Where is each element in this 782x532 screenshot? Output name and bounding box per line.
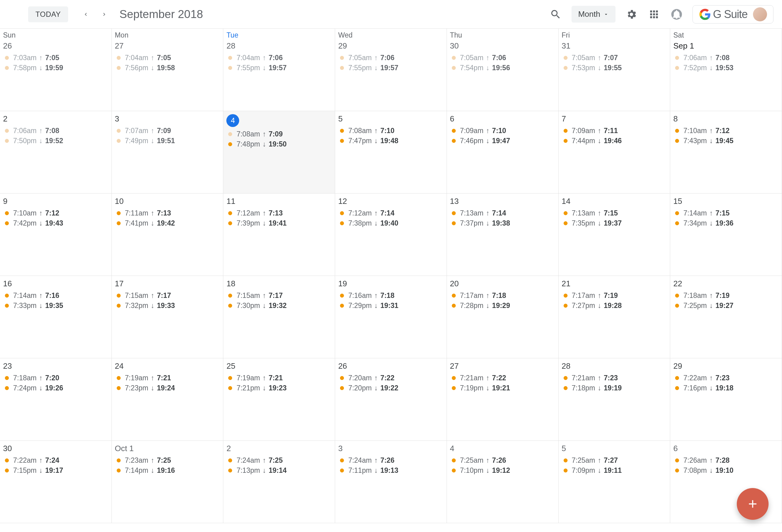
day-number[interactable]: 3	[115, 114, 119, 124]
day-number[interactable]: 22	[673, 279, 682, 289]
event-row[interactable]: 7:25pm ↓ 19:27	[673, 302, 779, 310]
day-cell[interactable]: 177:15am ↑ 7:177:32pm ↓ 19:33	[112, 276, 224, 358]
event-row[interactable]: 7:14am ↑ 7:15	[673, 209, 779, 217]
day-cell[interactable]: 287:21am ↑ 7:237:18pm ↓ 19:19	[559, 358, 671, 441]
day-number[interactable]: 20	[450, 279, 459, 289]
event-row[interactable]: 7:24am ↑ 7:26	[338, 456, 443, 464]
day-number[interactable]: 4	[450, 444, 454, 453]
day-number[interactable]: 2	[226, 444, 230, 453]
event-row[interactable]: 7:26am ↑ 7:28	[673, 456, 779, 464]
day-number[interactable]: 24	[115, 362, 124, 371]
view-selector[interactable]: Month	[572, 6, 615, 23]
day-cell[interactable]: 247:19am ↑ 7:217:23pm ↓ 19:24	[112, 358, 224, 441]
day-cell[interactable]: 57:08am ↑ 7:107:47pm ↓ 19:48	[335, 111, 447, 193]
event-row[interactable]: 7:07am ↑ 7:09	[115, 127, 220, 135]
avatar[interactable]	[753, 7, 767, 22]
day-cell[interactable]: 67:09am ↑ 7:107:46pm ↓ 19:47	[447, 111, 559, 193]
create-event-fab[interactable]	[737, 488, 769, 520]
event-row[interactable]: 7:23pm ↓ 19:24	[115, 384, 220, 392]
settings-button[interactable]	[625, 8, 638, 21]
event-row[interactable]: 7:09pm ↓ 19:11	[562, 466, 667, 474]
day-number[interactable]: 18	[226, 279, 235, 289]
event-row[interactable]: 7:18am ↑ 7:20	[3, 374, 108, 382]
prev-button[interactable]	[79, 8, 93, 21]
event-row[interactable]: 7:10am ↑ 7:12	[673, 127, 779, 135]
day-number[interactable]: 16	[3, 279, 12, 289]
event-row[interactable]: 7:52pm ↓ 19:53	[673, 64, 779, 72]
apps-button[interactable]	[647, 8, 661, 21]
day-number[interactable]: 15	[673, 197, 682, 206]
day-cell[interactable]: 117:12am ↑ 7:137:39pm ↓ 19:41	[223, 193, 335, 276]
day-cell[interactable]: 37:07am ↑ 7:097:49pm ↓ 19:51	[112, 111, 224, 193]
event-row[interactable]: 7:50pm ↓ 19:52	[3, 137, 108, 145]
event-row[interactable]: 7:25am ↑ 7:26	[450, 456, 555, 464]
event-row[interactable]: 7:39pm ↓ 19:41	[226, 219, 332, 227]
day-cell[interactable]: Fri317:05am ↑ 7:077:53pm ↓ 19:55	[559, 29, 671, 111]
event-row[interactable]: 7:24pm ↓ 19:26	[3, 384, 108, 392]
day-number[interactable]: 7	[562, 114, 566, 124]
day-cell[interactable]: Thu307:05am ↑ 7:067:54pm ↓ 19:56	[447, 29, 559, 111]
day-cell[interactable]: 37:24am ↑ 7:267:11pm ↓ 19:13	[335, 441, 447, 523]
day-number[interactable]: 5	[338, 114, 343, 124]
event-row[interactable]: 7:08am ↑ 7:09	[226, 130, 332, 138]
next-button[interactable]	[98, 8, 111, 21]
event-row[interactable]: 7:16pm ↓ 19:18	[673, 384, 779, 392]
day-cell[interactable]: Oct 17:23am ↑ 7:257:14pm ↓ 19:16	[112, 441, 224, 523]
day-number[interactable]: 4	[226, 114, 239, 127]
event-row[interactable]: 7:15pm ↓ 19:17	[3, 466, 108, 474]
event-row[interactable]: 7:06am ↑ 7:08	[3, 127, 108, 135]
event-row[interactable]: 7:29pm ↓ 19:31	[338, 302, 443, 310]
day-cell[interactable]: 27:24am ↑ 7:257:13pm ↓ 19:14	[223, 441, 335, 523]
day-number[interactable]: 8	[673, 114, 678, 124]
day-cell[interactable]: 127:12am ↑ 7:147:38pm ↓ 19:40	[335, 193, 447, 276]
today-button[interactable]: TODAY	[28, 6, 68, 22]
event-row[interactable]: 7:54pm ↓ 19:56	[450, 64, 555, 72]
day-cell[interactable]: 307:22am ↑ 7:247:15pm ↓ 19:17	[0, 441, 112, 523]
search-button[interactable]	[549, 8, 562, 21]
day-number[interactable]: 17	[115, 279, 124, 289]
day-number[interactable]: 30	[450, 41, 459, 51]
day-number[interactable]: 19	[338, 279, 347, 289]
event-row[interactable]: 7:09am ↑ 7:11	[562, 127, 667, 135]
event-row[interactable]: 7:13am ↑ 7:14	[450, 209, 555, 217]
event-row[interactable]: 7:06am ↑ 7:08	[673, 54, 779, 62]
event-row[interactable]: 7:32pm ↓ 19:33	[115, 302, 220, 310]
day-number[interactable]: 10	[115, 197, 124, 206]
event-row[interactable]: 7:30pm ↓ 19:32	[226, 302, 332, 310]
day-cell[interactable]: 87:10am ↑ 7:127:43pm ↓ 19:45	[670, 111, 782, 193]
day-number[interactable]: 25	[226, 362, 235, 371]
day-cell[interactable]: 97:10am ↑ 7:127:42pm ↓ 19:43	[0, 193, 112, 276]
event-row[interactable]: 7:44pm ↓ 19:46	[562, 137, 667, 145]
event-row[interactable]: 7:33pm ↓ 19:35	[3, 302, 108, 310]
day-number[interactable]: 6	[673, 444, 678, 453]
day-cell[interactable]: 267:20am ↑ 7:227:20pm ↓ 19:22	[335, 358, 447, 441]
event-row[interactable]: 7:22am ↑ 7:24	[3, 456, 108, 464]
event-row[interactable]: 7:09am ↑ 7:10	[450, 127, 555, 135]
event-row[interactable]: 7:03am ↑ 7:05	[3, 54, 108, 62]
event-row[interactable]: 7:17am ↑ 7:19	[562, 292, 667, 300]
day-cell[interactable]: 27:06am ↑ 7:087:50pm ↓ 19:52	[0, 111, 112, 193]
day-cell[interactable]: 217:17am ↑ 7:197:27pm ↓ 19:28	[559, 276, 671, 358]
event-row[interactable]: 7:20am ↑ 7:22	[338, 374, 443, 382]
event-row[interactable]: 7:35pm ↓ 19:37	[562, 219, 667, 227]
event-row[interactable]: 7:19am ↑ 7:21	[226, 374, 332, 382]
event-row[interactable]: 7:21am ↑ 7:22	[450, 374, 555, 382]
event-row[interactable]: 7:19am ↑ 7:21	[115, 374, 220, 382]
event-row[interactable]: 7:18pm ↓ 19:19	[562, 384, 667, 392]
event-row[interactable]: 7:14am ↑ 7:16	[3, 292, 108, 300]
event-row[interactable]: 7:10pm ↓ 19:12	[450, 466, 555, 474]
event-row[interactable]: 7:19pm ↓ 19:21	[450, 384, 555, 392]
day-number[interactable]: 29	[673, 362, 682, 371]
event-row[interactable]: 7:27pm ↓ 19:28	[562, 302, 667, 310]
event-row[interactable]: 7:05am ↑ 7:06	[338, 54, 443, 62]
event-row[interactable]: 7:48pm ↓ 19:50	[226, 140, 332, 148]
event-row[interactable]: 7:18am ↑ 7:19	[673, 292, 779, 300]
event-row[interactable]: 7:11am ↑ 7:13	[115, 209, 220, 217]
event-row[interactable]: 7:16am ↑ 7:18	[338, 292, 443, 300]
gsuite-badge[interactable]: G Suite	[692, 5, 774, 24]
day-cell[interactable]: Mon277:04am ↑ 7:057:56pm ↓ 19:58	[112, 29, 224, 111]
event-row[interactable]: 7:22am ↑ 7:23	[673, 374, 779, 382]
event-row[interactable]: 7:15am ↑ 7:17	[226, 292, 332, 300]
event-row[interactable]: 7:42pm ↓ 19:43	[3, 219, 108, 227]
event-row[interactable]: 7:12am ↑ 7:13	[226, 209, 332, 217]
